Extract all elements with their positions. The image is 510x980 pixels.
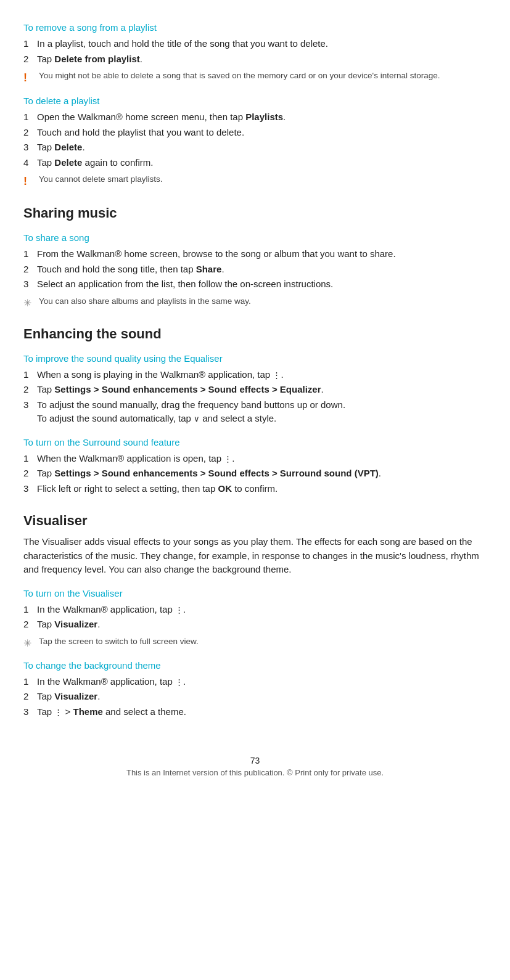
enhancing-sound-section: Enhancing the sound To improve the sound… — [23, 326, 487, 496]
remove-song-section: To remove a song from a playlist 1 In a … — [23, 22, 487, 84]
step-item: 2 Touch and hold the playlist that you w… — [23, 126, 487, 140]
change-theme-steps: 1 In the Walkman® application, tap ⋮. 2 … — [23, 675, 487, 719]
bold-text: OK — [218, 483, 232, 494]
menu-dots-icon: ⋮ — [273, 369, 281, 382]
step-number: 4 — [23, 156, 37, 170]
step-number: 2 — [23, 467, 37, 481]
copyright-text: This is an Internet version of this publ… — [126, 768, 384, 777]
bold-text: Delete — [54, 142, 82, 152]
step-number: 1 — [23, 37, 37, 51]
step-text: Tap ⋮ > Theme and select a theme. — [37, 705, 487, 719]
bold-text: Theme — [73, 706, 102, 717]
sharing-music-section: Sharing music To share a song 1 From the… — [23, 205, 487, 309]
bold-text: Delete — [54, 157, 82, 168]
step-text: Flick left or right to select a setting,… — [37, 482, 487, 496]
sharing-music-heading: Sharing music — [23, 205, 487, 221]
visualiser-intro: The Visualiser adds visual effects to yo… — [23, 535, 487, 577]
step-item: 3 Tap ⋮ > Theme and select a theme. — [23, 705, 487, 719]
step-text: Tap Visualizer. — [37, 690, 487, 704]
step-text: From the Walkman® home screen, browse to… — [37, 247, 487, 261]
step-item: 1 From the Walkman® home screen, browse … — [23, 247, 487, 261]
visualiser-section: Visualiser The Visualiser adds visual ef… — [23, 513, 487, 719]
step-item: 3 Flick left or right to select a settin… — [23, 482, 487, 496]
tip-box: ✳ Tap the screen to switch to full scree… — [23, 637, 487, 649]
remove-song-heading: To remove a song from a playlist — [23, 22, 487, 33]
step-number: 1 — [23, 603, 37, 617]
step-number: 1 — [23, 247, 37, 261]
menu-dots-icon: ⋮ — [175, 604, 183, 616]
tip-icon: ✳ — [23, 297, 35, 309]
step-text: Touch and hold the song title, then tap … — [37, 263, 487, 277]
step-text: Tap Delete. — [37, 141, 487, 155]
tip-text: You can also share albums and playlists … — [39, 296, 251, 306]
step-number: 3 — [23, 141, 37, 155]
step-item: 1 When the Walkman® application is open,… — [23, 452, 487, 466]
equaliser-heading: To improve the sound quality using the E… — [23, 353, 487, 364]
turn-on-steps: 1 In the Walkman® application, tap ⋮. 2 … — [23, 603, 487, 632]
delete-playlist-steps: 1 Open the Walkman® home screen menu, th… — [23, 110, 487, 169]
step-number: 3 — [23, 705, 37, 719]
step-text: When the Walkman® application is open, t… — [37, 452, 487, 466]
step-item: 4 Tap Delete again to confirm. — [23, 156, 487, 170]
bold-text: Settings > Sound enhancements > Sound ef… — [54, 384, 321, 394]
bold-text: Visualizer — [54, 619, 97, 629]
step-number: 3 — [23, 482, 37, 496]
menu-dots-icon: ⋮ — [224, 453, 232, 465]
step-text: Touch and hold the playlist that you wan… — [37, 126, 487, 140]
step-item: 3 To adjust the sound manually, drag the… — [23, 398, 487, 426]
step-item: 2 Tap Settings > Sound enhancements > So… — [23, 467, 487, 481]
enhancing-sound-heading: Enhancing the sound — [23, 326, 487, 342]
equaliser-steps: 1 When a song is playing in the Walkman®… — [23, 368, 487, 426]
step-item: 2 Tap Visualizer. — [23, 618, 487, 632]
step-number: 2 — [23, 126, 37, 140]
bold-text: Playlists — [245, 112, 283, 122]
visualiser-heading: Visualiser — [23, 513, 487, 529]
note-box: ! You cannot delete smart playlists. — [23, 174, 487, 188]
tip-text: Tap the screen to switch to full screen … — [39, 637, 199, 646]
surround-steps: 1 When the Walkman® application is open,… — [23, 452, 487, 496]
step-number: 1 — [23, 368, 37, 382]
step-item: 1 In the Walkman® application, tap ⋮. — [23, 603, 487, 617]
bold-text: Settings > Sound enhancements > Sound ef… — [54, 468, 378, 478]
step-number: 3 — [23, 277, 37, 292]
chevron-down-icon: ∨ — [194, 414, 200, 423]
step-item: 2 Tap Settings > Sound enhancements > So… — [23, 383, 487, 397]
delete-playlist-section: To delete a playlist 1 Open the Walkman®… — [23, 96, 487, 188]
step-item: 3 Tap Delete. — [23, 141, 487, 155]
delete-playlist-heading: To delete a playlist — [23, 96, 487, 106]
step-number: 1 — [23, 675, 37, 689]
change-theme-heading: To change the background theme — [23, 660, 487, 671]
step-text: Tap Settings > Sound enhancements > Soun… — [37, 467, 487, 481]
step-text: To adjust the sound manually, drag the f… — [37, 398, 487, 426]
menu-dots-icon: ⋮ — [54, 706, 62, 719]
step-number: 2 — [23, 52, 37, 67]
step-text: In a playlist, touch and hold the title … — [37, 37, 487, 51]
warning-icon: ! — [23, 175, 35, 188]
surround-heading: To turn on the Surround sound feature — [23, 437, 487, 447]
step-text: Open the Walkman® home screen menu, then… — [37, 110, 487, 125]
step-item: 2 Tap Delete from playlist. — [23, 52, 487, 67]
turn-on-visualiser-heading: To turn on the Visualiser — [23, 588, 487, 598]
step-number: 1 — [23, 110, 37, 125]
step-text: Select an application from the list, the… — [37, 277, 487, 292]
bold-text: Delete from playlist — [54, 54, 139, 64]
step-text: Tap Delete again to confirm. — [37, 156, 487, 170]
step-number: 2 — [23, 618, 37, 632]
step-number: 2 — [23, 690, 37, 704]
step-item: 1 When a song is playing in the Walkman®… — [23, 368, 487, 382]
note-box: ! You might not be able to delete a song… — [23, 71, 487, 84]
bold-text: Visualizer — [54, 691, 97, 701]
step-item: 1 Open the Walkman® home screen menu, th… — [23, 110, 487, 125]
step-text: Tap Settings > Sound enhancements > Soun… — [37, 383, 487, 397]
note-text: You might not be able to delete a song t… — [39, 71, 440, 80]
step-text: Tap Visualizer. — [37, 618, 487, 632]
share-song-steps: 1 From the Walkman® home screen, browse … — [23, 247, 487, 292]
menu-dots-icon: ⋮ — [175, 676, 183, 688]
step-number: 1 — [23, 452, 37, 466]
step-text: In the Walkman® application, tap ⋮. — [37, 675, 487, 689]
page-footer: 73 This is an Internet version of this p… — [23, 756, 487, 777]
warning-icon: ! — [23, 71, 35, 84]
remove-song-steps: 1 In a playlist, touch and hold the titl… — [23, 37, 487, 66]
bold-text: Share — [196, 264, 222, 274]
step-text: In the Walkman® application, tap ⋮. — [37, 603, 487, 617]
